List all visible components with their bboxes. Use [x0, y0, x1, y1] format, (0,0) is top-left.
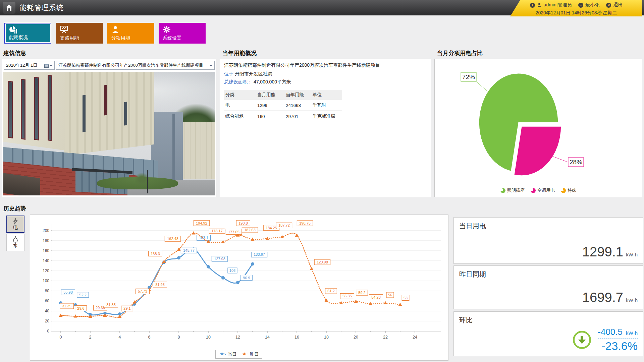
svg-text:0: 0: [47, 329, 49, 334]
legend-swatch: [561, 188, 566, 193]
table-cell: 1299: [256, 100, 284, 111]
data-label: 53: [404, 296, 408, 300]
minimize-label[interactable]: 最小化: [585, 2, 599, 8]
info-icon[interactable]: i: [530, 3, 535, 8]
data-label: 123.98: [317, 260, 328, 264]
located-value: 丹阳市开发区社港: [235, 71, 272, 76]
data-point[interactable]: [221, 276, 225, 280]
data-point[interactable]: [310, 267, 314, 270]
data-label: 162.48: [167, 237, 178, 241]
ratio-percent-value: -23.6%: [601, 340, 638, 353]
table-cell: 160: [256, 111, 284, 122]
project-select-value: 江苏朗佑精密部件制造有限公司年产2000万膜次汽车零部件生产线新建项目: [58, 62, 203, 68]
gear-icon: [163, 25, 171, 35]
pie-callout-label: 28%: [570, 159, 582, 166]
data-label: 31.35: [62, 304, 71, 308]
photo-main-face-right: [64, 72, 154, 156]
data-point[interactable]: [221, 240, 225, 243]
pie-legend-item[interactable]: 空调用电: [531, 187, 555, 193]
home-button[interactable]: [3, 2, 15, 14]
svg-text:40: 40: [45, 309, 50, 313]
down-arrow-icon: [573, 331, 591, 349]
nav-button-4[interactable]: 系统设置: [159, 23, 206, 44]
date-picker[interactable]: 2020年12月 1日: [4, 61, 55, 70]
nav-button-1[interactable]: 能耗概况: [4, 23, 51, 44]
data-label: 59.2: [358, 291, 365, 295]
nav-button-label: 支路用能: [60, 35, 79, 41]
toggle-water-label: 水: [13, 243, 18, 249]
svg-text:16: 16: [294, 335, 299, 340]
legend-swatch: [531, 188, 536, 193]
data-point[interactable]: [236, 281, 239, 284]
pie-legend-item[interactable]: 照明插座: [500, 187, 525, 193]
trend-legend-item-当日[interactable]: 当日: [219, 351, 236, 357]
data-point[interactable]: [295, 233, 299, 237]
annual-section-header: 当年用能概况: [222, 49, 257, 57]
svg-text:120: 120: [43, 268, 49, 273]
table-header-cell: 当年用能: [284, 90, 311, 100]
date-picker-value: 2020年12月 1日: [6, 62, 37, 68]
photo-window-strip: [104, 85, 107, 116]
svg-text:140: 140: [43, 258, 49, 263]
datetime-label: 2020年12月01日 14时26分08秒 星期二: [510, 9, 642, 17]
data-point[interactable]: [177, 256, 180, 259]
pie-slice-空调用电[interactable]: [514, 126, 561, 176]
legend-marker-icon: [219, 352, 226, 357]
svg-text:0: 0: [60, 335, 62, 340]
logout-label[interactable]: 退出: [613, 2, 623, 8]
lightning-icon: [13, 218, 18, 225]
svg-text:12: 12: [235, 335, 240, 340]
data-label: 145.77: [183, 248, 195, 252]
close-icon[interactable]: ✕: [606, 3, 611, 8]
data-label: 31.35: [106, 303, 116, 307]
data-label: 190.75: [299, 221, 311, 225]
trend-legend-item-昨日[interactable]: 昨日: [241, 351, 259, 357]
data-label: 61.2: [327, 289, 334, 293]
data-label: 177.65: [228, 230, 239, 234]
photo-lamp-post: [147, 170, 148, 193]
svg-text:4: 4: [119, 335, 121, 340]
legend-label: 当日: [228, 351, 236, 357]
data-point[interactable]: [177, 248, 181, 251]
data-point[interactable]: [133, 300, 137, 304]
nav-button-2[interactable]: 支路用能: [56, 23, 103, 44]
photo-window: [48, 75, 52, 141]
card-yesterday-usage: 昨日同期 1699.7 kW·h: [453, 265, 643, 309]
svg-text:20: 20: [45, 319, 50, 323]
svg-text:160: 160: [43, 248, 49, 253]
pie-legend-item[interactable]: 特殊: [561, 187, 576, 193]
svg-text:60: 60: [45, 299, 50, 303]
pie-chart-icon: [9, 26, 18, 36]
pie-callout-label: 72%: [462, 73, 475, 80]
data-point[interactable]: [266, 237, 269, 240]
building-section-header: 建筑信息: [3, 49, 26, 57]
svg-text:14: 14: [265, 335, 270, 340]
toggle-electricity[interactable]: 电: [6, 216, 24, 233]
card-today-usage: 当日用电 1299.1 kW·h: [453, 217, 643, 264]
ratio-unit: kW·h: [626, 330, 638, 336]
legend-label: 特殊: [568, 187, 576, 193]
trend-section-header: 历史趋势: [3, 205, 26, 213]
minimize-icon[interactable]: −: [578, 3, 583, 8]
nav-button-3[interactable]: 分项用能: [107, 23, 154, 44]
toggle-water[interactable]: 水: [6, 234, 24, 251]
data-label: 52.2: [79, 293, 86, 297]
data-point[interactable]: [59, 313, 63, 317]
legend-label: 照明插座: [507, 187, 525, 193]
data-label: 96.9: [243, 276, 250, 280]
legend-label: 空调用电: [537, 187, 555, 193]
photo-window-strip: [124, 102, 127, 125]
data-point[interactable]: [251, 262, 254, 265]
annual-panel: 江苏朗佑精密部件制造有限公司年产2000万膜次汽车零部件生产线新建项目 位于 丹…: [220, 59, 431, 197]
card-yesterday-unit: kW·h: [626, 297, 638, 303]
svg-text:2: 2: [89, 335, 92, 340]
legend-marker-icon: [241, 352, 249, 357]
data-label: 29.1: [123, 306, 130, 310]
table-header-cell: 分类: [224, 90, 256, 100]
table-cell: 29701: [284, 111, 311, 122]
project-select[interactable]: 江苏朗佑精密部件制造有限公司年产2000万膜次汽车零部件生产线新建项目: [56, 61, 215, 70]
svg-text:22: 22: [383, 335, 388, 340]
area-value: 47,000.000平方米: [254, 79, 291, 84]
photo-blue-building-strip: [172, 114, 175, 189]
data-point[interactable]: [207, 265, 210, 268]
